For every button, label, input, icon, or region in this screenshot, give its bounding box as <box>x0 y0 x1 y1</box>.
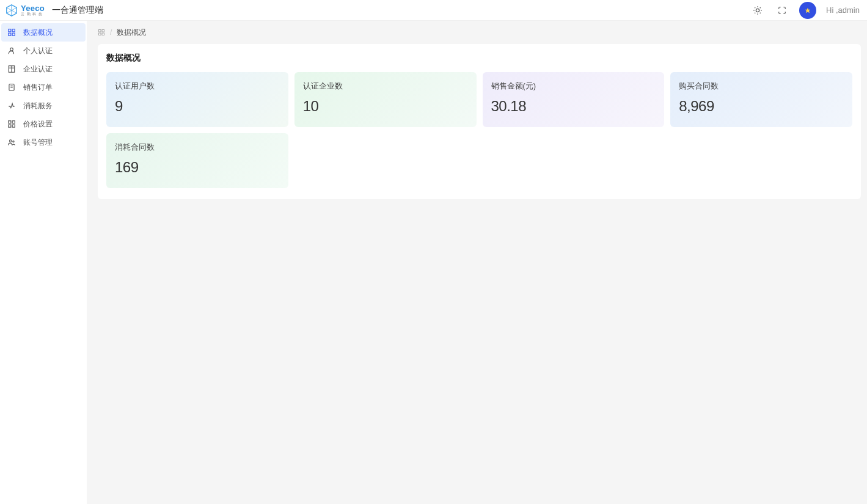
theme-toggle-button[interactable] <box>750 3 765 18</box>
sidebar-item-personal-auth[interactable]: 个人认证 <box>1 42 86 60</box>
svg-point-4 <box>756 9 759 12</box>
breadcrumb-separator: / <box>110 28 112 37</box>
sidebar-item-data-overview[interactable]: 数据概况 <box>1 23 86 42</box>
sidebar-item-label: 销售订单 <box>23 82 53 93</box>
svg-line-8 <box>760 12 761 13</box>
svg-rect-26 <box>12 121 15 123</box>
sidebar-item-price-setting[interactable]: 价格设置 <box>1 115 86 133</box>
svg-line-7 <box>755 7 755 8</box>
svg-rect-25 <box>9 121 11 123</box>
sun-icon <box>753 5 763 15</box>
order-icon <box>7 83 16 92</box>
dashboard-icon <box>7 28 16 37</box>
stat-label: 消耗合同数 <box>115 142 280 153</box>
stats-grid: 认证用户数 9 认证企业数 10 销售金额(元) 30.18 购买合同数 8,9… <box>106 72 852 188</box>
app-title: 一合通管理端 <box>52 5 103 16</box>
sidebar-item-label: 消耗服务 <box>23 101 53 111</box>
header-right: Hi ,admin <box>750 2 860 19</box>
svg-rect-14 <box>9 29 11 32</box>
svg-rect-17 <box>12 33 15 35</box>
user-icon <box>7 46 16 55</box>
price-icon <box>7 120 16 128</box>
account-icon <box>7 138 16 147</box>
svg-line-11 <box>755 12 755 13</box>
svg-rect-28 <box>12 125 15 127</box>
stat-card-consumed-contracts: 消耗合同数 169 <box>106 133 288 188</box>
sidebar-item-label: 企业认证 <box>23 64 53 75</box>
stat-label: 销售金额(元) <box>491 81 656 92</box>
stat-value: 169 <box>115 159 280 176</box>
svg-point-29 <box>10 140 12 142</box>
svg-rect-33 <box>99 33 101 35</box>
fullscreen-button[interactable] <box>775 3 789 18</box>
stat-value: 10 <box>303 98 468 115</box>
user-avatar[interactable] <box>799 2 816 19</box>
sidebar-item-enterprise-auth[interactable]: 企业认证 <box>1 60 86 78</box>
stat-card-auth-users: 认证用户数 9 <box>106 72 288 127</box>
main-layout: 数据概况 个人认证 企业认证 销售订单 消耗服务 <box>0 21 867 504</box>
brand-subtitle: 云 鹅 科 技 <box>21 12 45 16</box>
sidebar-item-label: 价格设置 <box>23 119 53 130</box>
svg-point-18 <box>10 48 13 51</box>
stat-label: 认证用户数 <box>115 81 280 92</box>
svg-point-30 <box>13 141 14 142</box>
breadcrumb-current: 数据概况 <box>117 27 146 38</box>
home-icon[interactable] <box>98 29 105 36</box>
logo-area[interactable]: Yeeco 云 鹅 科 技 <box>5 4 45 17</box>
svg-marker-13 <box>805 7 810 12</box>
stat-label: 认证企业数 <box>303 81 468 92</box>
expand-icon <box>778 6 786 15</box>
sidebar-item-label: 数据概况 <box>23 27 53 38</box>
stat-card-auth-enterprises: 认证企业数 10 <box>294 72 477 127</box>
header: Yeeco 云 鹅 科 技 一合通管理端 <box>0 0 867 21</box>
logo-text: Yeeco 云 鹅 科 技 <box>21 4 45 16</box>
svg-rect-34 <box>102 33 104 35</box>
stat-value: 9 <box>115 98 280 115</box>
sidebar-item-label: 账号管理 <box>23 137 53 148</box>
stat-value: 30.18 <box>491 98 656 115</box>
logo-icon <box>5 4 18 17</box>
breadcrumb: / 数据概况 <box>87 21 867 44</box>
svg-rect-15 <box>12 29 15 32</box>
svg-rect-32 <box>102 30 104 32</box>
sidebar-item-consume-service[interactable]: 消耗服务 <box>1 97 86 115</box>
main-content: / 数据概况 数据概况 认证用户数 9 认证企业数 10 销售金额(元) 30.… <box>87 21 867 504</box>
stat-label: 购买合同数 <box>679 81 844 92</box>
svg-rect-16 <box>9 33 11 35</box>
stat-card-sales-amount: 销售金额(元) 30.18 <box>483 72 665 127</box>
sidebar-item-label: 个人认证 <box>23 46 53 56</box>
service-icon <box>7 101 16 110</box>
svg-rect-31 <box>99 30 101 32</box>
panel-title: 数据概况 <box>106 53 852 64</box>
sidebar: 数据概况 个人认证 企业认证 销售订单 消耗服务 <box>0 21 87 504</box>
stat-card-purchased-contracts: 购买合同数 8,969 <box>670 72 852 127</box>
svg-rect-27 <box>9 125 11 127</box>
user-greeting: Hi ,admin <box>826 5 860 15</box>
svg-line-12 <box>760 7 761 8</box>
overview-panel: 数据概况 认证用户数 9 认证企业数 10 销售金额(元) 30.18 购买合同… <box>98 44 861 199</box>
building-icon <box>7 65 16 73</box>
sidebar-item-sales-order[interactable]: 销售订单 <box>1 78 86 97</box>
star-icon <box>805 7 811 13</box>
brand-name: Yeeco <box>21 4 45 12</box>
stat-value: 8,969 <box>679 98 844 115</box>
sidebar-item-account-manage[interactable]: 账号管理 <box>1 133 86 152</box>
